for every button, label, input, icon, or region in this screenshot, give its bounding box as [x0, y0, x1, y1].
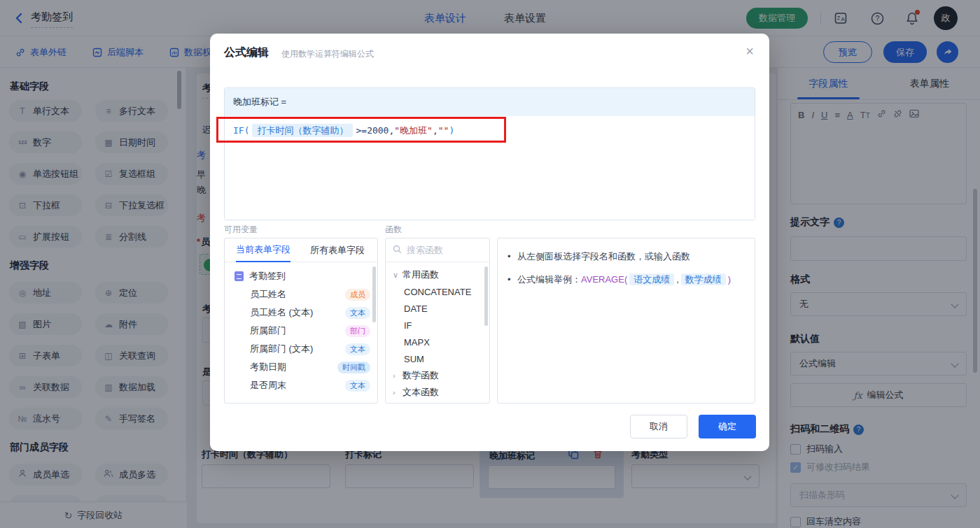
- formula-operator: >=2000,: [356, 125, 394, 136]
- formula-close-paren: ): [449, 125, 454, 136]
- example-field-token: 数学成绩: [681, 273, 726, 285]
- variable-name: 是否周末: [234, 379, 345, 392]
- variables-label: 可用变量: [224, 224, 258, 236]
- dialog-subtitle: 使用数学运算符编辑公式: [281, 48, 374, 60]
- formula-function: IF(: [233, 125, 249, 136]
- tip-text: 从左侧面板选择字段名和函数，或输入函数: [517, 250, 690, 264]
- formula-comma: ,: [433, 125, 438, 136]
- example-field-token: 语文成绩: [629, 273, 674, 285]
- variable-row[interactable]: 考勤日期时间戳: [225, 358, 377, 376]
- form-name: 考勤签到: [244, 270, 370, 283]
- variables-scrollbar[interactable]: [372, 266, 376, 322]
- type-badge: 部门: [345, 325, 370, 337]
- formula-block: 晚加班标记 = IF(打卡时间（数字辅助）>=2000,"晚加班",""): [224, 87, 755, 220]
- formula-string: "": [438, 125, 449, 136]
- function-group-text[interactable]: ›文本函数: [386, 384, 489, 401]
- chevron-closed-icon: ›: [393, 371, 402, 380]
- close-icon[interactable]: ×: [746, 43, 754, 59]
- type-badge: 成员: [345, 289, 370, 301]
- functions-panel: ∨常用函数 CONCATENATE DATE IF MAPX SUM ›数学函数…: [385, 238, 490, 404]
- function-search-input[interactable]: [407, 245, 477, 255]
- form-node[interactable]: 考勤签到: [225, 267, 377, 285]
- confirm-button[interactable]: 确定: [699, 415, 756, 438]
- variables-panel: 当前表单字段 所有表单字段 考勤签到 员工姓名成员 员工姓名 (文本)文本 所属…: [224, 238, 378, 404]
- help-panel: •从左侧面板选择字段名和函数，或输入函数 •公式编辑举例：AVERAGE(语文成…: [497, 238, 755, 404]
- variable-row[interactable]: 所属部门部门: [225, 322, 377, 340]
- functions-scrollbar[interactable]: [484, 266, 488, 326]
- variable-row[interactable]: 所属部门 (文本)文本: [225, 340, 377, 358]
- variable-name: 所属部门 (文本): [234, 343, 345, 355]
- formula-field-token[interactable]: 打卡时间（数字辅助）: [252, 124, 353, 137]
- formula-string: "晚加班": [394, 125, 433, 136]
- variable-name: 考勤日期: [234, 361, 337, 373]
- cancel-button[interactable]: 取消: [630, 415, 687, 438]
- formula-target: 晚加班标记 =: [225, 88, 755, 116]
- type-badge: 时间戳: [337, 362, 370, 373]
- variable-name: 员工姓名: [234, 288, 345, 301]
- bullet: •: [507, 273, 517, 287]
- example-function: AVERAGE(: [581, 274, 627, 285]
- function-group-common[interactable]: ∨常用函数: [386, 266, 489, 283]
- variable-name: 所属部门: [234, 324, 345, 337]
- tab-current-form-fields[interactable]: 当前表单字段: [236, 238, 290, 262]
- variable-row[interactable]: 是否周末文本: [225, 376, 377, 394]
- example-label: 公式编辑举例：: [517, 274, 581, 285]
- help-example: •公式编辑举例：AVERAGE(语文成绩,数学成绩): [507, 273, 745, 287]
- example-comma: ,: [676, 274, 679, 285]
- chevron-closed-icon: ›: [393, 388, 402, 397]
- variables-tabs: 当前表单字段 所有表单字段: [225, 238, 377, 262]
- type-badge: 文本: [345, 343, 370, 355]
- search-icon: [393, 245, 402, 256]
- chevron-open-icon: ∨: [393, 271, 402, 280]
- group-label: 文本函数: [402, 386, 439, 399]
- functions-list: ∨常用函数 CONCATENATE DATE IF MAPX SUM ›数学函数…: [386, 262, 489, 404]
- functions-label: 函数: [385, 224, 402, 236]
- variable-row[interactable]: 员工姓名 (文本)文本: [225, 304, 377, 322]
- type-badge: 文本: [345, 307, 370, 319]
- group-label: 常用函数: [402, 269, 439, 281]
- variable-name: 员工姓名 (文本): [234, 306, 345, 319]
- function-item[interactable]: MAPX: [386, 334, 489, 350]
- tab-all-form-fields[interactable]: 所有表单字段: [310, 244, 365, 257]
- example-close-paren: ): [728, 274, 731, 285]
- variables-list: 考勤签到 员工姓名成员 员工姓名 (文本)文本 所属部门部门 所属部门 (文本)…: [225, 262, 377, 399]
- group-label: 数学函数: [402, 369, 439, 382]
- formula-editor-dialog: 公式编辑 使用数学运算符编辑公式 × 晚加班标记 = IF(打卡时间（数字辅助）…: [210, 34, 769, 451]
- tip-text: 公式编辑举例：AVERAGE(语文成绩,数学成绩): [517, 273, 731, 287]
- app-window: 考勤签到 表单设计 表单设置 数据管理 A ? 政 表单外链 后端脚本: [0, 0, 980, 528]
- formula-editor-area[interactable]: IF(打卡时间（数字辅助）>=2000,"晚加班",""): [225, 116, 755, 220]
- bullet: •: [507, 250, 517, 264]
- help-tip: •从左侧面板选择字段名和函数，或输入函数: [507, 250, 745, 264]
- function-item[interactable]: CONCATENATE: [386, 283, 489, 300]
- function-item[interactable]: SUM: [386, 350, 489, 367]
- form-doc-icon: [234, 271, 244, 281]
- function-search[interactable]: [386, 238, 489, 262]
- function-group-math[interactable]: ›数学函数: [386, 367, 489, 384]
- function-item[interactable]: IF: [386, 317, 489, 334]
- dialog-title: 公式编辑: [224, 45, 269, 60]
- type-badge: 文本: [345, 380, 370, 392]
- variable-row[interactable]: 员工姓名成员: [225, 285, 377, 304]
- function-item[interactable]: DATE: [386, 300, 489, 317]
